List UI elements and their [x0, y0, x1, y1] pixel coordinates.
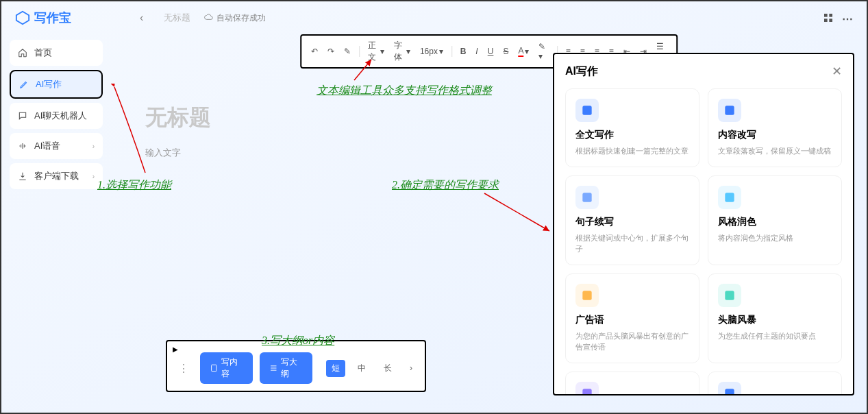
card-desc: 根据关键词或中心句，扩展多个句子	[575, 232, 689, 255]
svg-rect-5	[582, 106, 591, 114]
top-bar: 写作宝 ‹ 无标题 自动保存成功 ⋯	[1, 1, 867, 34]
svg-rect-11	[582, 389, 591, 395]
ai-card-2[interactable]: 句子续写根据关键词或中心句，扩展多个句子	[565, 175, 699, 265]
panel-title: AI写作	[565, 64, 598, 79]
highlight-button[interactable]: ✎ ▾	[536, 40, 551, 62]
card-desc: 文章段落改写，保留原义一键成稿	[718, 145, 832, 157]
ai-card-4[interactable]: 广告语为您的产品头脑风暴出有创意的广告宣传语	[565, 273, 699, 363]
card-icon	[575, 186, 599, 209]
write-outline-button[interactable]: 写大纲	[260, 352, 312, 384]
bold-button[interactable]: B	[458, 45, 469, 58]
card-title: 头脑风暴	[718, 314, 832, 326]
card-title: 广告语	[575, 314, 689, 326]
length-mid-button[interactable]: 中	[352, 360, 371, 377]
sidebar-item-ai-chat[interactable]: AI聊天机器人	[10, 103, 103, 129]
ai-write-panel: AI写作 ✕ 全文写作根据标题快速创建一篇完整的文章内容改写文章段落改写，保留原…	[553, 53, 854, 395]
list-icon	[269, 363, 278, 373]
font-size-select[interactable]: 16px ▾	[417, 45, 446, 58]
download-icon	[18, 171, 27, 181]
chat-icon	[18, 111, 27, 121]
sidebar-item-home[interactable]: 首页	[10, 40, 103, 66]
card-desc: 为您的产品头脑风暴出有创意的广告宣传语	[575, 330, 689, 353]
ai-card-3[interactable]: 风格润色将内容润色为指定风格	[708, 175, 842, 265]
paragraph-style-select[interactable]: 正文 ▾	[365, 38, 387, 64]
cloud-icon	[204, 13, 214, 23]
svg-rect-2	[824, 19, 828, 22]
ai-action-bar: ▶ ⋮ 写内容 写大纲 短 中 长 ›	[166, 340, 426, 392]
format-painter-button[interactable]: ✎	[341, 45, 354, 58]
autosave-status: 自动保存成功	[204, 12, 266, 24]
ai-card-7[interactable]	[708, 372, 842, 396]
voice-icon	[18, 141, 27, 151]
back-button[interactable]: ‹	[140, 12, 143, 24]
chevron-right-icon: ›	[92, 143, 95, 150]
doc-icon	[210, 363, 219, 373]
svg-rect-6	[725, 106, 734, 114]
ai-card-0[interactable]: 全文写作根据标题快速创建一篇完整的文章	[565, 88, 699, 167]
svg-rect-9	[582, 291, 591, 300]
body-input[interactable]: 输入文字	[145, 147, 211, 159]
ai-card-5[interactable]: 头脑风暴为您生成任何主题的知识要点	[708, 273, 842, 363]
card-icon	[575, 284, 599, 307]
card-icon	[575, 99, 599, 122]
home-icon	[18, 48, 27, 58]
sidebar-item-ai-write[interactable]: AI写作	[10, 70, 103, 99]
card-title: 风格润色	[718, 216, 832, 228]
sidebar-item-label: 首页	[34, 47, 52, 59]
length-long-button[interactable]: 长	[378, 360, 397, 377]
svg-rect-3	[829, 19, 832, 22]
card-icon	[718, 382, 741, 396]
card-icon	[575, 382, 599, 396]
italic-button[interactable]: I	[473, 45, 480, 58]
svg-rect-0	[824, 14, 828, 17]
svg-rect-12	[725, 389, 734, 395]
underline-button[interactable]: U	[485, 45, 497, 58]
card-icon	[718, 284, 741, 307]
card-icon	[718, 186, 741, 209]
drag-handle-icon[interactable]: ⋮	[174, 362, 193, 375]
write-content-button[interactable]: 写内容	[200, 352, 253, 384]
app-name: 写作宝	[34, 10, 71, 26]
font-family-select[interactable]: 字体 ▾	[391, 38, 413, 64]
sidebar-item-label: AI语音	[34, 140, 60, 152]
svg-rect-4	[212, 365, 216, 371]
sidebar-item-ai-voice[interactable]: AI语音 ›	[10, 133, 103, 159]
pen-icon	[19, 80, 29, 89]
sidebar-item-label: AI写作	[36, 78, 62, 90]
length-short-button[interactable]: 短	[326, 360, 345, 377]
sidebar-item-download[interactable]: 客户端下载 ›	[10, 163, 103, 189]
editor[interactable]: 无标题 输入文字	[145, 103, 211, 159]
card-desc: 为您生成任何主题的知识要点	[718, 330, 832, 342]
app-logo: 写作宝	[15, 10, 71, 26]
strike-button[interactable]: S	[500, 45, 511, 58]
grid-icon[interactable]	[823, 12, 834, 23]
svg-rect-1	[829, 14, 832, 17]
card-desc: 将内容润色为指定风格	[718, 232, 832, 244]
card-icon	[718, 99, 741, 122]
svg-rect-10	[725, 291, 734, 300]
close-icon[interactable]: ✕	[832, 64, 842, 79]
chevron-right-icon: ›	[92, 173, 95, 180]
font-color-button[interactable]: A ▾	[515, 45, 532, 58]
breadcrumb: 无标题	[164, 12, 190, 24]
card-title: 句子续写	[575, 216, 689, 228]
card-desc: 根据标题快速创建一篇完整的文章	[575, 145, 689, 157]
svg-rect-7	[582, 193, 591, 202]
svg-rect-8	[725, 193, 734, 202]
card-title: 全文写作	[575, 129, 689, 141]
sidebar: 首页 AI写作 AI聊天机器人 AI语音 › 客户端下载 ›	[1, 34, 111, 413]
sidebar-item-label: AI聊天机器人	[34, 110, 87, 122]
ai-card-6[interactable]	[565, 372, 699, 396]
undo-button[interactable]: ↶	[308, 45, 321, 58]
card-title: 内容改写	[718, 129, 832, 141]
collapse-triangle-icon[interactable]: ▶	[173, 345, 178, 353]
redo-button[interactable]: ↷	[325, 45, 337, 58]
title-input[interactable]: 无标题	[145, 103, 211, 133]
ai-card-1[interactable]: 内容改写文章段落改写，保留原义一键成稿	[708, 88, 842, 167]
more-icon[interactable]: ⋯	[842, 12, 853, 23]
sidebar-item-label: 客户端下载	[34, 170, 79, 182]
length-next-button[interactable]: ›	[404, 361, 418, 376]
